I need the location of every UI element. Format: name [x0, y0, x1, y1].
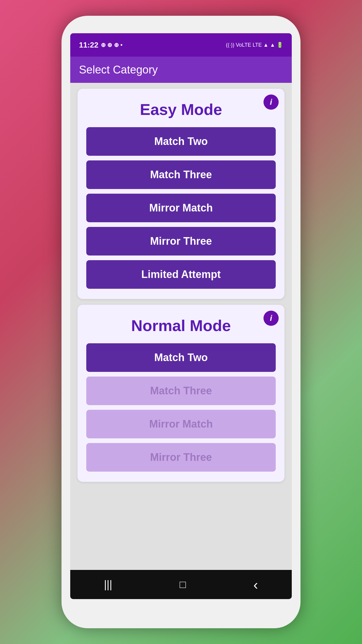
normal-mode-info-button[interactable]: i [263, 311, 279, 326]
back-icon[interactable]: ‹ [253, 577, 258, 593]
content-area[interactable]: i Easy Mode Match Two Match Three Mirror… [70, 83, 292, 570]
easy-match-three-button[interactable]: Match Three [86, 160, 276, 189]
easy-mode-title: Easy Mode [86, 100, 276, 118]
phone-screen: 11:22 ⊕ ⊕ ⊕ • ((·)) VoLTE LTE ▲ ▲ 🔋 Sele… [70, 33, 292, 599]
app-bar-title: Select Category [79, 64, 158, 76]
status-icons: ⊕ ⊕ ⊕ • [101, 41, 123, 48]
menu-icon[interactable]: ||| [104, 578, 112, 591]
status-bar: 11:22 ⊕ ⊕ ⊕ • ((·)) VoLTE LTE ▲ ▲ 🔋 [70, 33, 292, 57]
easy-mirror-match-button[interactable]: Mirror Match [86, 194, 276, 222]
normal-mode-card: i Normal Mode Match Two Match Three Mirr… [78, 305, 284, 482]
easy-limited-attempt-button[interactable]: Limited Attempt [86, 260, 276, 289]
normal-mirror-match-button: Mirror Match [86, 410, 276, 438]
easy-mode-buttons-list: Match Two Match Three Mirror Match Mirro… [86, 127, 276, 289]
app-bar: Select Category [70, 57, 292, 83]
normal-match-three-button: Match Three [86, 377, 276, 405]
status-time: 11:22 [79, 41, 99, 50]
normal-mirror-three-button: Mirror Three [86, 443, 276, 472]
normal-mode-buttons-list: Match Two Match Three Mirror Match Mirro… [86, 343, 276, 472]
status-left: 11:22 ⊕ ⊕ ⊕ • [79, 41, 122, 50]
status-right-icons: ((·)) VoLTE LTE ▲ ▲ 🔋 [226, 42, 283, 48]
phone-device: 11:22 ⊕ ⊕ ⊕ • ((·)) VoLTE LTE ▲ ▲ 🔋 Sele… [61, 16, 301, 628]
easy-mode-card: i Easy Mode Match Two Match Three Mirror… [78, 89, 284, 299]
home-icon[interactable]: □ [180, 578, 186, 591]
status-right: ((·)) VoLTE LTE ▲ ▲ 🔋 [226, 42, 283, 48]
normal-mode-title: Normal Mode [86, 316, 276, 335]
easy-mirror-three-button[interactable]: Mirror Three [86, 227, 276, 256]
normal-match-two-button[interactable]: Match Two [86, 343, 276, 372]
easy-mode-info-button[interactable]: i [263, 94, 279, 110]
easy-match-two-button[interactable]: Match Two [86, 127, 276, 156]
bottom-nav: ||| □ ‹ [70, 570, 292, 599]
